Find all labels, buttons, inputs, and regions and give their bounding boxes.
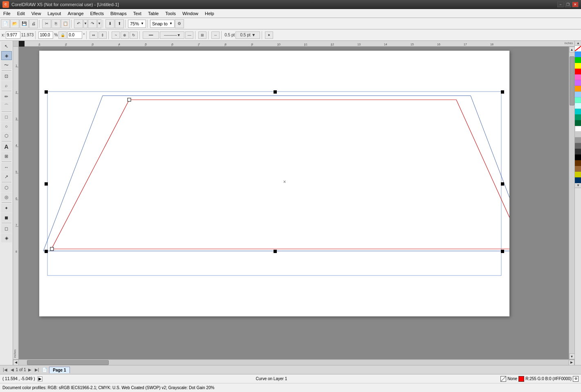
- nodes-btn[interactable]: ✦: [265, 31, 273, 39]
- menu-arrange[interactable]: Arrange: [64, 9, 87, 18]
- swatch-dark-teal[interactable]: [575, 114, 581, 120]
- palette-scroll-down[interactable]: ▼: [575, 183, 581, 188]
- swatch-pink[interactable]: [575, 74, 581, 80]
- vscroll-track[interactable]: [569, 52, 575, 354]
- restore-button[interactable]: ❐: [565, 2, 571, 7]
- menu-view[interactable]: View: [28, 9, 45, 18]
- swatch-dark-gray[interactable]: [575, 143, 581, 149]
- swatch-none[interactable]: [575, 46, 581, 52]
- cut-button[interactable]: ✂: [42, 19, 51, 28]
- flip-v[interactable]: ⇕: [99, 31, 107, 39]
- minimize-button[interactable]: −: [557, 2, 564, 7]
- export-button[interactable]: ⬆: [115, 19, 124, 28]
- scroll-down-button[interactable]: ▼: [569, 354, 575, 359]
- line-style-btn[interactable]: ━━: [143, 31, 159, 39]
- menu-file[interactable]: File: [0, 9, 14, 18]
- curve-rotate[interactable]: ↻: [130, 31, 138, 39]
- menu-effects[interactable]: Effects: [87, 9, 107, 18]
- arrange-btn[interactable]: ⊞: [198, 31, 206, 39]
- scroll-left-button[interactable]: ◀: [13, 360, 19, 365]
- swatch-cyan-light[interactable]: [575, 103, 581, 109]
- menu-table[interactable]: Table: [145, 9, 162, 18]
- hscroll-track[interactable]: [19, 360, 569, 365]
- paint-bucket[interactable]: ◼: [1, 213, 12, 222]
- menu-help[interactable]: Help: [202, 9, 218, 18]
- scroll-right-button[interactable]: ▶: [569, 360, 574, 365]
- open-button[interactable]: 📂: [10, 19, 19, 28]
- swatch-brown[interactable]: [575, 160, 581, 166]
- table-tool[interactable]: ⊞: [1, 152, 12, 161]
- palette-scroll-up[interactable]: ▲: [575, 41, 581, 46]
- options-button[interactable]: ⚙: [175, 19, 184, 28]
- swatch-white[interactable]: [575, 126, 581, 132]
- swatch-teal[interactable]: [575, 97, 581, 103]
- page-last-btn[interactable]: ▶|: [34, 367, 40, 372]
- zoom-tool[interactable]: ⌕: [1, 81, 12, 90]
- redo-button[interactable]: ↷: [88, 19, 97, 28]
- print-button[interactable]: 🖨: [29, 19, 38, 28]
- curve-symm[interactable]: ⊕: [121, 31, 129, 39]
- page-prev-btn[interactable]: ◀: [9, 367, 15, 372]
- swatch-dark-green[interactable]: [575, 120, 581, 126]
- ellipse-tool[interactable]: ○: [1, 122, 12, 131]
- menu-tools[interactable]: Tools: [162, 9, 179, 18]
- zoom-dropdown[interactable]: 75% ▼: [128, 20, 146, 28]
- polygon-tool[interactable]: ⬡: [1, 131, 12, 140]
- menu-window[interactable]: Window: [179, 9, 202, 18]
- shape-tool[interactable]: ◈: [1, 51, 12, 60]
- swatch-gray[interactable]: [575, 137, 581, 143]
- contour-tool[interactable]: ◎: [1, 193, 12, 202]
- curve-smooth[interactable]: ~: [112, 31, 120, 39]
- swatch-yellow[interactable]: [575, 63, 581, 69]
- x-input[interactable]: [6, 31, 20, 39]
- undo-arrow[interactable]: ▼: [83, 19, 87, 28]
- paste-button[interactable]: 📋: [61, 19, 70, 28]
- line-weight-dropdown[interactable]: 0.5 pt ▼: [236, 31, 260, 39]
- smartdraw-tool[interactable]: ⌒: [1, 101, 12, 110]
- lock-ratio[interactable]: 🔒: [58, 31, 67, 39]
- import-button[interactable]: ⬇: [105, 19, 114, 28]
- connector-tool[interactable]: ↗: [1, 172, 12, 181]
- scale-btn[interactable]: ↔: [211, 31, 220, 39]
- page-add-btn[interactable]: 📄: [41, 367, 48, 372]
- swatch-cyan[interactable]: [575, 109, 581, 114]
- save-button[interactable]: 💾: [20, 19, 29, 28]
- swatch-black[interactable]: [575, 155, 581, 160]
- snap-dropdown[interactable]: Snap to ▼: [150, 20, 175, 28]
- text-tool[interactable]: A: [1, 142, 12, 151]
- flip-h[interactable]: ⇔: [90, 31, 98, 39]
- rotation-input[interactable]: [67, 31, 82, 39]
- rect-tool[interactable]: □: [1, 112, 12, 121]
- swatch-darker-gray[interactable]: [575, 149, 581, 155]
- swatch-red[interactable]: [575, 69, 581, 74]
- smear-tool[interactable]: 〜: [1, 60, 12, 69]
- dropper-tool[interactable]: ✦: [1, 204, 12, 213]
- swatch-light-blue[interactable]: [575, 92, 581, 97]
- menu-bitmaps[interactable]: Bitmaps: [107, 9, 130, 18]
- swatch-orange[interactable]: [575, 86, 581, 92]
- menu-text[interactable]: Text: [130, 9, 145, 18]
- pick-tool[interactable]: ↖: [1, 42, 12, 51]
- page-first-btn[interactable]: |◀: [2, 367, 9, 372]
- redo-arrow[interactable]: ▼: [97, 19, 101, 28]
- undo-button[interactable]: ↶: [74, 19, 83, 28]
- dimension-tool[interactable]: ↔: [1, 163, 12, 172]
- close-button[interactable]: ✕: [572, 2, 579, 7]
- interactive-fill[interactable]: ◈: [1, 233, 12, 242]
- vscroll-thumb[interactable]: [570, 56, 574, 105]
- freehand-tool[interactable]: ✏: [1, 92, 12, 101]
- swatch-navy[interactable]: [575, 177, 581, 183]
- hscroll-thumb[interactable]: [27, 360, 109, 365]
- swatch-green[interactable]: [575, 57, 581, 63]
- menu-layout[interactable]: Layout: [44, 9, 64, 18]
- swatch-blue[interactable]: [575, 52, 581, 57]
- scroll-up-button[interactable]: ▲: [569, 47, 575, 52]
- copy-button[interactable]: ⎘: [52, 19, 61, 28]
- swatch-tan[interactable]: [575, 166, 581, 172]
- swatch-olive[interactable]: [575, 172, 581, 177]
- page-next-btn[interactable]: ▶: [27, 367, 33, 372]
- width-input[interactable]: [38, 31, 53, 39]
- line-end-btn[interactable]: ─────▼: [160, 31, 184, 39]
- crop-tool[interactable]: ⊡: [1, 72, 12, 81]
- page-tab-1[interactable]: Page 1: [49, 367, 70, 373]
